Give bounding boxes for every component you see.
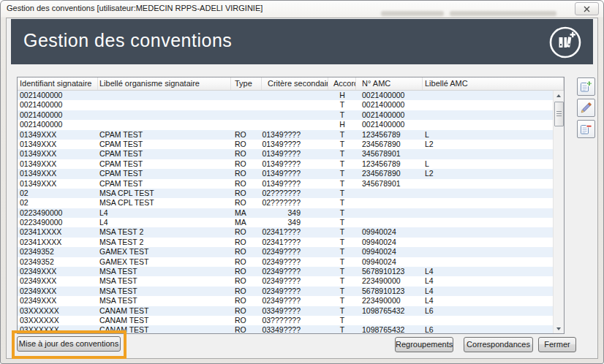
table-cell: 02349352 (18, 247, 98, 257)
table-cell (98, 91, 231, 100)
table-cell (231, 100, 262, 110)
table-cell: 0021400000 (356, 110, 423, 120)
table-row[interactable]: 02349352GAMEX TESTRO02349????T09940024 (18, 247, 554, 257)
window-close-button[interactable] (575, 2, 599, 15)
table-cell: RO (231, 227, 262, 237)
table-row[interactable]: 02MSA CPL TESTRO02???????T (18, 198, 554, 208)
table-cell: 02349XXX (18, 287, 98, 296)
regroupements-button[interactable]: Regroupements (395, 337, 453, 352)
table-cell: 123456789 (356, 130, 423, 140)
table-cell: 345678901 (356, 149, 423, 159)
table-row[interactable]: 0223490000L4MA349T (18, 208, 554, 218)
delete-convention-button[interactable] (577, 120, 595, 138)
table-cell: T (328, 140, 356, 149)
table-cell: GAMEX TEST (98, 257, 231, 267)
table-cell: L4 (423, 267, 554, 276)
table-cell: 02349???? (262, 287, 328, 296)
table-row[interactable]: 01349XXXCPAM TESTRO01349????T345678901 (18, 149, 554, 159)
correspondances-button[interactable]: Correspondances (464, 337, 533, 352)
table-cell: L4 (423, 296, 554, 306)
table-cell: 1098765432 (356, 306, 423, 316)
table-cell: RO (231, 169, 262, 178)
table-row[interactable]: 0021400000H0021400000 (18, 120, 554, 129)
table-row[interactable]: 03XXXXXXCANAM TESTRO03349????T1098765432… (18, 306, 554, 316)
table-row[interactable]: 02341XXXXMSA TEST 2RO02341????T09940024 (18, 238, 554, 247)
table-cell: L2 (423, 169, 554, 178)
table-row[interactable]: 02349XXXMSA TESTRO02349????T223490000L4 (18, 296, 554, 306)
scroll-down-button[interactable] (554, 324, 564, 333)
table-row[interactable]: 02341XXXXMSA TEST 2RO02341????T09940024 (18, 227, 554, 237)
table-row[interactable]: 02MSA CPL TESTRO02???????T (18, 189, 554, 198)
table-cell: T (328, 149, 356, 159)
table-row[interactable]: 0021400000T0021400000 (18, 100, 554, 110)
table-cell: 1098765432 (356, 325, 423, 333)
table-cell: T (328, 218, 356, 227)
table-row[interactable]: 01349XXXCPAM TESTRO01349????T123456789L (18, 130, 554, 140)
table-row[interactable]: 02349XXXMSA TESTRO02349????T223490000L4 (18, 276, 554, 286)
table-cell: RO (231, 287, 262, 296)
column-header[interactable]: Libellé AMC (423, 77, 564, 90)
table-row[interactable]: 02349XXXMSA TESTRO02349????T5678910123L4 (18, 287, 554, 296)
close-icon (584, 6, 590, 12)
table-row[interactable]: 02349XXXMSA TESTRO02349????T5678910123L4 (18, 267, 554, 276)
update-conventions-button[interactable]: Mise à jour des conventions (17, 336, 121, 352)
page-banner: Gestion des conventions (11, 19, 593, 64)
column-header[interactable]: Accord (328, 77, 356, 90)
table-cell (423, 227, 554, 237)
edit-convention-button[interactable] (577, 99, 595, 117)
window-title: Gestion des conventions [utilisateur:MED… (7, 4, 263, 12)
table-cell: T (328, 247, 356, 257)
table-cell: RO (231, 159, 262, 169)
conventions-table: Identifiant signataireLibellé organisme … (17, 77, 565, 334)
table-row[interactable]: 01349XXXCPAM TESTRO01349????T345678901 (18, 179, 554, 189)
table-cell: 5678910123 (356, 267, 423, 276)
table-cell: 02349XXX (18, 296, 98, 306)
table-cell: L4 (423, 276, 554, 286)
table-cell: 01349???? (262, 130, 328, 140)
column-header[interactable]: Libellé organisme signataire (98, 77, 231, 90)
table-cell: MSA TEST (98, 296, 231, 306)
table-cell (423, 218, 554, 227)
table-row[interactable]: 01349XXXCPAM TESTRO01349????T234567890L2 (18, 140, 554, 149)
table-row[interactable]: 0021400000T0021400000 (18, 110, 554, 120)
table-cell: 01349???? (262, 179, 328, 189)
column-header[interactable]: Type (231, 77, 262, 90)
table-cell: 02??????? (262, 189, 328, 198)
table-cell: 01349???? (262, 169, 328, 178)
table-cell: RO (231, 306, 262, 316)
table-cell: 234567890 (356, 140, 423, 149)
scroll-up-button[interactable] (554, 91, 564, 100)
close-dialog-button[interactable]: Fermer (538, 337, 576, 352)
table-cell: RO (231, 296, 262, 306)
title-bar[interactable]: Gestion des conventions [utilisateur:MED… (1, 1, 603, 18)
table-row[interactable]: 0021400000H0021400000 (18, 91, 554, 100)
table-cell (356, 198, 423, 208)
table-cell: 02 (18, 189, 98, 198)
table-cell (356, 189, 423, 198)
table-cell: 349 (262, 218, 328, 227)
table-cell: T (328, 238, 356, 247)
table-row[interactable]: 02349352GAMEX TESTRO02349????T09940024 (18, 257, 554, 267)
table-cell: 123456789 (356, 159, 423, 169)
vertical-scrollbar[interactable] (553, 91, 564, 333)
table-cell: T (328, 316, 356, 325)
binders-plus-icon (548, 25, 583, 60)
scrollbar-thumb[interactable] (554, 102, 564, 126)
table-row[interactable]: 01349XXXCPAM TESTRO01349????T234567890L2 (18, 169, 554, 178)
table-cell: RO (231, 247, 262, 257)
table-cell: T (328, 227, 356, 237)
table-cell: 03349???? (262, 325, 328, 333)
add-convention-button[interactable] (577, 77, 595, 96)
column-header[interactable]: Critère secondaire (262, 77, 328, 90)
table-cell (423, 208, 554, 218)
table-row[interactable]: 0223490000L4MA349T (18, 218, 554, 227)
table-cell (423, 238, 554, 247)
table-cell: RO (231, 325, 262, 333)
conventions-table-body: 0021400000H00214000000021400000T00214000… (18, 91, 554, 333)
table-cell (262, 100, 328, 110)
column-header[interactable]: Identifiant signataire (18, 77, 98, 90)
table-row[interactable]: 03XXXXXXCANAM TESTRO03???????T (18, 316, 554, 325)
column-header[interactable]: N° AMC (356, 77, 423, 90)
table-row[interactable]: 01349XXXCPAM TESTRO01349????T123456789L (18, 159, 554, 169)
table-cell (423, 198, 554, 208)
